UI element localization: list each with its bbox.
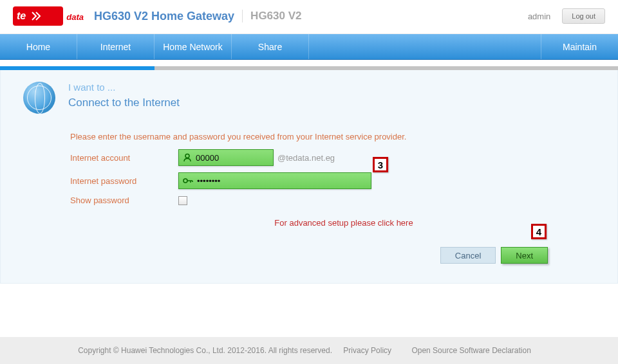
globe-icon — [23, 82, 55, 114]
brand-logo: te data — [13, 6, 63, 26]
model-name: HG630 V2 — [250, 10, 301, 23]
callout-step-4: 4 — [531, 224, 547, 239]
row-internet-password: Internet password •••••••• — [70, 172, 617, 189]
brand-text: data — [66, 12, 84, 22]
logo-mark-icon: te — [17, 10, 44, 22]
internet-password-input[interactable]: •••••••• — [178, 172, 371, 189]
wizard-progress — [0, 66, 618, 70]
svg-text:te: te — [17, 10, 26, 21]
svg-point-2 — [183, 179, 187, 183]
password-label: Internet password — [70, 176, 178, 186]
main-nav: Home Internet Home Network Share Maintai… — [0, 34, 618, 60]
title-separator — [242, 10, 243, 23]
internet-account-input[interactable]: 00000 — [178, 149, 274, 166]
account-value: 00000 — [196, 153, 219, 163]
svg-point-1 — [185, 154, 189, 158]
footer-privacy-link[interactable]: Privacy Policy — [343, 346, 391, 355]
footer-oss-link[interactable]: Open Source Software Declaration — [411, 346, 530, 355]
footer-copyright: Copyright © Huawei Technologies Co., Ltd… — [78, 346, 332, 355]
nav-home-network[interactable]: Home Network — [154, 34, 232, 59]
cancel-button[interactable]: Cancel — [440, 247, 496, 264]
account-label: Internet account — [70, 153, 178, 163]
nav-internet[interactable]: Internet — [77, 34, 154, 59]
wizard-actions: 4 Cancel Next — [1, 247, 617, 264]
form-instruction: Please enter the username and password y… — [70, 132, 617, 141]
wizard-progress-fill — [0, 66, 154, 70]
user-icon — [183, 153, 192, 162]
row-show-password: Show password — [70, 196, 617, 205]
nav-home[interactable]: Home — [0, 34, 77, 59]
nav-share[interactable]: Share — [232, 34, 309, 59]
wizard-i-want-to: I want to ... — [68, 82, 180, 93]
next-button[interactable]: Next — [501, 247, 548, 264]
row-internet-account: Internet account 00000 @tedata.net.eg 3 — [70, 149, 617, 166]
wizard-intro: I want to ... Connect to the Internet — [1, 82, 617, 114]
wizard-subtitle: Connect to the Internet — [68, 96, 180, 109]
password-value: •••••••• — [197, 176, 220, 186]
show-password-checkbox[interactable] — [178, 196, 187, 205]
current-user: admin — [528, 12, 550, 21]
callout-step-3: 3 — [373, 157, 388, 172]
header-bar: te data HG630 V2 Home Gateway HG630 V2 a… — [0, 0, 618, 34]
account-domain: @tedata.net.eg — [277, 153, 335, 163]
footer: Copyright © Huawei Technologies Co., Ltd… — [0, 337, 618, 364]
product-title: HG630 V2 Home Gateway — [94, 10, 234, 23]
nav-maintain[interactable]: Maintain — [541, 34, 618, 59]
wizard-panel: I want to ... Connect to the Internet Pl… — [0, 70, 618, 284]
wizard-form: Please enter the username and password y… — [1, 132, 617, 228]
logout-button[interactable]: Log out — [562, 8, 605, 24]
show-password-label: Show password — [70, 196, 178, 205]
key-icon — [183, 177, 193, 185]
